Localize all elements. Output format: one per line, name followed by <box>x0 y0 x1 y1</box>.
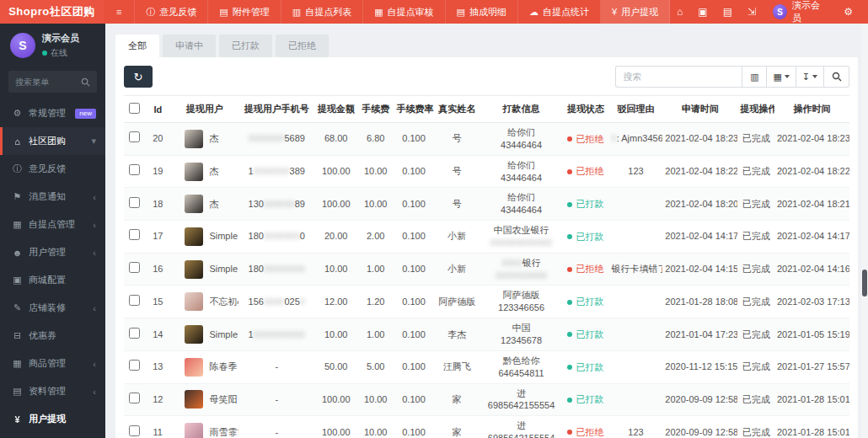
table-row[interactable]: 12 母笑阳 - 100.00 10.00 0.100 家 进698564215… <box>124 383 849 416</box>
cell-fee-rate: 0.100 <box>394 383 434 416</box>
row-checkbox[interactable] <box>129 295 140 306</box>
sidebar-item-店铺装修[interactable]: ✎ 店铺装修‹ <box>0 294 105 322</box>
table-row[interactable]: 15 不忘初心 15688880258 12.00 1.20 0.100 阿萨德… <box>124 286 849 318</box>
tab-已打款[interactable]: 已打款 <box>219 35 272 57</box>
row-checkbox[interactable] <box>129 393 140 403</box>
topbar-user[interactable]: S 演示会员 <box>764 0 835 24</box>
sidebar-item-用户提现[interactable]: ¥ 用户提现 <box>0 405 105 433</box>
sidebar-item-常规管理[interactable]: ⚙ 常规管理new <box>0 99 105 127</box>
status-badge: 已拒绝 <box>567 133 603 146</box>
sidebar-item-社区团购[interactable]: ⌂ 社区团购▾ <box>0 127 105 155</box>
table-row[interactable]: 13 陈春季 - 50.00 5.00 0.100 汪腾飞 黔色给你646454… <box>124 350 849 383</box>
row-checkbox[interactable] <box>129 360 140 371</box>
column-header-申请时间[interactable]: 申请时间 <box>662 96 737 123</box>
cell-reject-reason: 银行卡填错了 <box>609 253 663 286</box>
row-checkbox[interactable] <box>129 425 140 436</box>
row-checkbox[interactable] <box>129 164 140 175</box>
cell-id: 18 <box>145 188 170 221</box>
cell-fee-rate: 0.100 <box>394 416 434 438</box>
table-row[interactable]: 18 杰 13088888889 100.00 10.00 0.100 号 给你… <box>124 188 849 221</box>
cell-username: 杰 <box>209 132 218 145</box>
row-checkbox[interactable] <box>129 197 140 208</box>
row-checkbox[interactable] <box>129 131 140 142</box>
topnav-item-意见反馈[interactable]: ⓘ 意见反馈 <box>135 0 208 24</box>
gear-icon[interactable]: ⚙ <box>837 0 860 24</box>
column-header-手续费率[interactable]: 手续费率 <box>394 96 434 123</box>
hamburger-icon: ≡ <box>116 7 121 17</box>
user-icon: ☻ <box>12 248 23 258</box>
topnav-item-附件管理[interactable]: ▤ 附件管理 <box>208 0 281 24</box>
sidebar-item-意见反馈[interactable]: ⓘ 意见反馈 <box>0 155 105 183</box>
table-search-input[interactable] <box>615 66 742 88</box>
cell-reject-reason: 123 <box>609 416 663 438</box>
topnav-item-用户提现[interactable]: ¥ 用户提现 <box>601 0 670 24</box>
cell-pay-info: 给你们43446464 <box>480 155 562 188</box>
refresh-button[interactable]: ↻ <box>124 66 153 88</box>
export-button[interactable]: ↧ <box>796 66 824 88</box>
table-row[interactable]: 19 杰 18888888389 100.00 10.00 0.100 号 给你… <box>124 155 849 188</box>
cell-apply-time: 2021-02-04 14:15:05 <box>662 253 737 286</box>
table-row[interactable]: 20 杰 88888885689 68.00 6.80 0.100 号 给你们4… <box>124 123 849 156</box>
columns-icon: ▦ <box>773 72 781 83</box>
table-row[interactable]: 17 Simple 18088888880 20.00 2.00 0.100 小… <box>124 221 849 254</box>
sidebar-toggle-button[interactable]: ≡ <box>104 0 135 24</box>
sidebar-item-商城配置[interactable]: ▣ 商城配置 <box>0 266 105 294</box>
column-header-提现金额[interactable]: 提现金额 <box>315 96 357 123</box>
row-checkbox[interactable] <box>129 262 140 273</box>
column-header-提现操作[interactable]: 提现操作 <box>737 96 774 123</box>
column-header-真实姓名[interactable]: 真实姓名 <box>434 96 480 123</box>
column-header-操作时间[interactable]: 操作时间 <box>774 96 849 123</box>
app-window: Shopro社区团购 ≡ ⓘ 意见反馈 ▤ 附件管理 ▥ 自提点列表 ▦ 自提点… <box>0 0 868 438</box>
cell-fee-rate: 0.100 <box>394 155 434 188</box>
row-checkbox[interactable] <box>129 229 140 240</box>
sidebar-item-用户管理[interactable]: ☻ 用户管理‹ <box>0 238 105 266</box>
column-header-驳回理由[interactable]: 驳回理由 <box>609 96 663 123</box>
toggle-view-button[interactable]: ▥ <box>742 66 767 88</box>
menu-search-input[interactable] <box>15 77 81 87</box>
clear-cache-icon[interactable]: ▣ <box>691 0 714 24</box>
column-header-Id[interactable]: Id <box>145 96 170 123</box>
sidebar-item-消息通知[interactable]: ⚑ 消息通知‹ <box>0 183 105 211</box>
advanced-search-button[interactable] <box>824 66 849 88</box>
cell-operation: 已完成 <box>737 350 774 383</box>
cell-reject-reason <box>609 286 663 318</box>
log-icon[interactable]: ▤ <box>716 0 739 24</box>
topnav-item-自提点列表[interactable]: ▥ 自提点列表 <box>281 0 363 24</box>
cell-username: 陈春季 <box>209 361 237 373</box>
column-header-提现用户手机号[interactable]: 提现用户手机号 <box>238 96 315 123</box>
row-checkbox[interactable] <box>129 328 140 339</box>
select-all-checkbox[interactable] <box>129 103 140 114</box>
cell-apply-time: 2020-11-12 15:15:22 <box>662 350 737 383</box>
topnav-item-自提点审核[interactable]: ▦ 自提点审核 <box>363 0 445 24</box>
sidebar-item-资料管理[interactable]: ▤ 资料管理‹ <box>0 377 105 405</box>
table-toolbar: ↻ ▥ ▦ ↧ <box>124 66 849 88</box>
column-header-打款信息[interactable]: 打款信息 <box>480 96 562 123</box>
tab-已拒绝[interactable]: 已拒绝 <box>276 35 329 57</box>
tab-申请中[interactable]: 申请中 <box>163 35 216 57</box>
topnav-item-自提点统计[interactable]: ☁ 自提点统计 <box>518 0 601 24</box>
tab-全部[interactable]: 全部 <box>115 35 159 57</box>
cell-fee-rate: 0.100 <box>394 221 434 254</box>
pickup-audit-icon: ▦ <box>374 7 383 18</box>
cell-id: 16 <box>145 253 170 286</box>
cell-reject-reason <box>609 188 663 221</box>
sidebar-item-商品管理[interactable]: ▦ 商品管理‹ <box>0 350 105 377</box>
column-header-提现用户[interactable]: 提现用户 <box>170 96 238 123</box>
table-row[interactable]: 14 Simple 18888888888 10.00 1.00 0.100 李… <box>124 318 849 351</box>
column-header-提现状态[interactable]: 提现状态 <box>562 96 608 123</box>
topnav-item-抽成明细[interactable]: ▤ 抽成明细 <box>446 0 518 24</box>
sidebar-item-订单中心[interactable]: ▥ 订单中心‹ <box>0 433 105 438</box>
fullscreen-icon[interactable]: ⇲ <box>741 0 763 24</box>
columns-button[interactable]: ▦ <box>767 66 796 88</box>
column-header-手续费[interactable]: 手续费 <box>357 96 394 123</box>
scrollbar-thumb[interactable] <box>862 270 867 296</box>
home-icon[interactable]: ⌂ <box>670 0 689 24</box>
table-body: 20 杰 88888885689 68.00 6.80 0.100 号 给你们4… <box>124 123 849 438</box>
avatar: S <box>773 4 787 19</box>
sidebar-item-优惠券[interactable]: ⊟ 优惠券 <box>0 322 105 350</box>
sidebar-item-自提点管理[interactable]: ▦ 自提点管理‹ <box>0 211 105 238</box>
table-row[interactable]: 11 雨雪霏霏 - 100.00 10.00 0.100 家 进69856421… <box>124 416 849 438</box>
cell-realname: 家 <box>434 416 480 438</box>
user-avatar <box>185 325 203 344</box>
table-row[interactable]: 16 Simple 18088888888 10.00 1.00 0.100 小… <box>124 253 849 286</box>
